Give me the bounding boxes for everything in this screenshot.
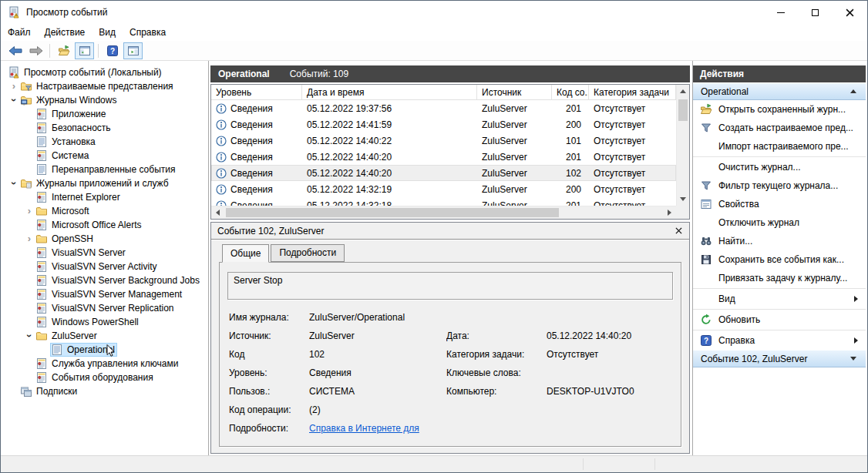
chevron-expanded-icon[interactable]	[8, 95, 19, 106]
column-task-category[interactable]: Категория задачи	[589, 85, 676, 99]
tree-item-subscriptions[interactable]: Подписки	[1, 384, 208, 398]
action-clear-log[interactable]: Очистить журнал...	[693, 158, 866, 176]
main-content: Просмотр событий (Локальный) Настраиваем…	[1, 61, 867, 455]
log-title: Operational	[218, 69, 270, 79]
console-tree-toggle-button[interactable]	[75, 42, 94, 59]
event-viewer-icon	[8, 66, 20, 79]
close-button[interactable]	[833, 1, 867, 24]
tree-item-visualsvn-activity[interactable]: VisualSVN Server Activity	[1, 260, 208, 273]
chevron-collapsed-icon[interactable]	[24, 206, 35, 216]
tree-item-powershell[interactable]: Windows PowerShell	[1, 315, 208, 329]
tree-item-visualsvn-bg-jobs[interactable]: VisualSVN Server Background Jobs	[1, 273, 208, 287]
event-description[interactable]: Server Stop	[227, 272, 673, 300]
tree-item-security[interactable]: Безопасность	[1, 121, 208, 135]
forward-button[interactable]	[26, 42, 45, 59]
column-level[interactable]: Уровень	[211, 85, 302, 99]
action-filter-current-log[interactable]: Фильтр текущего журнала...	[693, 176, 866, 195]
menu-action[interactable]: Действие	[38, 25, 93, 40]
online-help-link[interactable]: Справка в Интернете для	[309, 423, 419, 434]
action-view[interactable]: Вид	[693, 290, 866, 308]
column-event-code[interactable]: Код со...	[552, 85, 589, 99]
chevron-collapsed-icon[interactable]	[8, 81, 19, 92]
action-refresh[interactable]: Обновить	[693, 310, 866, 329]
scroll-right-button[interactable]	[663, 206, 676, 219]
tree-item-forwarded-events[interactable]: Перенаправленные события	[1, 163, 208, 176]
minimize-button[interactable]	[763, 1, 798, 24]
scroll-left-button[interactable]	[211, 206, 224, 219]
event-row[interactable]: Сведения 05.12.2022 14:40:20 ZuluServer …	[211, 149, 676, 165]
tree-item-operational[interactable]: Operational	[1, 343, 208, 357]
tree-item-hardware-events[interactable]: События оборудования	[1, 371, 208, 384]
maximize-button[interactable]	[798, 1, 833, 24]
back-icon	[8, 45, 23, 57]
actions-section-event[interactable]: Событие 102, ZuluServer	[693, 350, 866, 367]
action-find[interactable]: Найти...	[693, 232, 866, 250]
status-bar	[1, 455, 867, 472]
column-source[interactable]: Источник	[477, 85, 552, 99]
event-row[interactable]: Сведения 05.12.2022 14:41:59 ZuluServer …	[211, 116, 676, 133]
back-button[interactable]	[5, 42, 25, 59]
action-disable-log[interactable]: Отключить журнал	[693, 213, 866, 232]
vertical-scrollbar-thumb[interactable]	[678, 99, 688, 121]
collapse-section-icon[interactable]	[850, 89, 856, 93]
horizontal-scroll-track[interactable]	[224, 206, 663, 219]
tree-item-openssh[interactable]: OpenSSH	[1, 232, 208, 246]
action-create-custom-view[interactable]: Создать настраиваемое пред...	[693, 119, 866, 137]
event-row[interactable]: Сведения 05.12.2022 14:40:22 ZuluServer …	[211, 133, 676, 149]
menu-view[interactable]: Вид	[92, 25, 123, 40]
tree-item-visualsvn-management[interactable]: VisualSVN Server Management	[1, 287, 208, 301]
action-help[interactable]: Справка	[693, 331, 866, 350]
tree-item-root[interactable]: Просмотр событий (Локальный)	[1, 65, 208, 79]
tree-item-office-alerts[interactable]: Microsoft Office Alerts	[1, 218, 208, 232]
action-import-custom-view[interactable]: Импорт настраиваемого пре...	[693, 137, 866, 156]
event-log-icon	[35, 260, 48, 273]
event-viewer-window: Просмотр событий Файл Действие Вид Справ…	[0, 0, 868, 473]
menu-file[interactable]: Файл	[1, 25, 38, 40]
event-row[interactable]: Сведения 05.12.2022 14:32:18 ZuluServer …	[211, 197, 676, 206]
help-button[interactable]	[103, 42, 122, 59]
tree-item-windows-logs[interactable]: Журналы Windows	[1, 93, 208, 107]
action-save-all-events[interactable]: Сохранить все события как...	[693, 250, 866, 269]
event-row[interactable]: Сведения 05.12.2022 14:32:19 ZuluServer …	[211, 181, 676, 197]
tree-item-visualsvn-server[interactable]: VisualSVN Server	[1, 246, 208, 260]
tree-item-custom-views[interactable]: Настраиваемые представления	[1, 79, 208, 93]
tree-item-setup[interactable]: Установка	[1, 135, 208, 149]
tree-item-internet-explorer[interactable]: Internet Explorer	[1, 190, 208, 204]
scroll-down-button[interactable]	[677, 193, 689, 206]
event-row[interactable]: Сведения 05.12.2022 19:37:56 ZuluServer …	[211, 100, 676, 116]
tree-item-visualsvn-replication[interactable]: VisualSVN Server Replication	[1, 301, 208, 315]
field-value: DESKTOP-U1VJTO0	[547, 386, 671, 398]
chevron-expanded-icon[interactable]	[8, 178, 19, 189]
action-open-saved-log[interactable]: Открыть сохраненный журн...	[693, 100, 866, 119]
event-log-icon	[35, 191, 48, 203]
chevron-expanded-icon[interactable]	[24, 330, 35, 341]
tree-item-system[interactable]: Система	[1, 149, 208, 163]
event-row-selected[interactable]: Сведения 05.12.2022 14:40:20 ZuluServer …	[211, 165, 676, 181]
field-label: Источник:	[229, 330, 309, 342]
info-icon	[216, 119, 227, 130]
tree-item-zuluserver[interactable]: ZuluServer	[1, 329, 208, 343]
details-close-button[interactable]	[674, 226, 683, 236]
action-properties[interactable]: Свойства	[693, 195, 866, 213]
open-saved-log-button[interactable]	[54, 42, 73, 59]
column-datetime[interactable]: Дата и время	[302, 85, 477, 99]
tree-item-apps-services-logs[interactable]: Журналы приложений и служб	[1, 176, 208, 190]
vertical-scrollbar[interactable]	[676, 85, 689, 206]
vertical-scroll-track[interactable]	[677, 98, 689, 193]
action-pane-toggle-button[interactable]	[123, 42, 143, 59]
chevron-collapsed-icon[interactable]	[24, 233, 35, 244]
tree-item-microsoft[interactable]: Microsoft	[1, 204, 208, 218]
tree-item-application[interactable]: Приложение	[1, 107, 208, 121]
field-label: Пользов.:	[229, 386, 309, 398]
tab-details[interactable]: Подробности	[271, 244, 345, 262]
scroll-up-button[interactable]	[677, 85, 689, 98]
horizontal-scrollbar[interactable]	[211, 206, 676, 219]
horizontal-scrollbar-thumb[interactable]	[226, 208, 559, 217]
menu-help[interactable]: Справка	[123, 25, 173, 40]
actions-section-operational[interactable]: Operational	[693, 82, 866, 100]
tree-item-kms[interactable]: Служба управления ключами	[1, 357, 208, 371]
expand-section-icon[interactable]	[850, 357, 856, 361]
open-folder-icon	[58, 45, 70, 57]
tab-general[interactable]: Общие	[222, 244, 269, 263]
action-attach-task[interactable]: Привязать задачу к журналу...	[693, 269, 866, 287]
